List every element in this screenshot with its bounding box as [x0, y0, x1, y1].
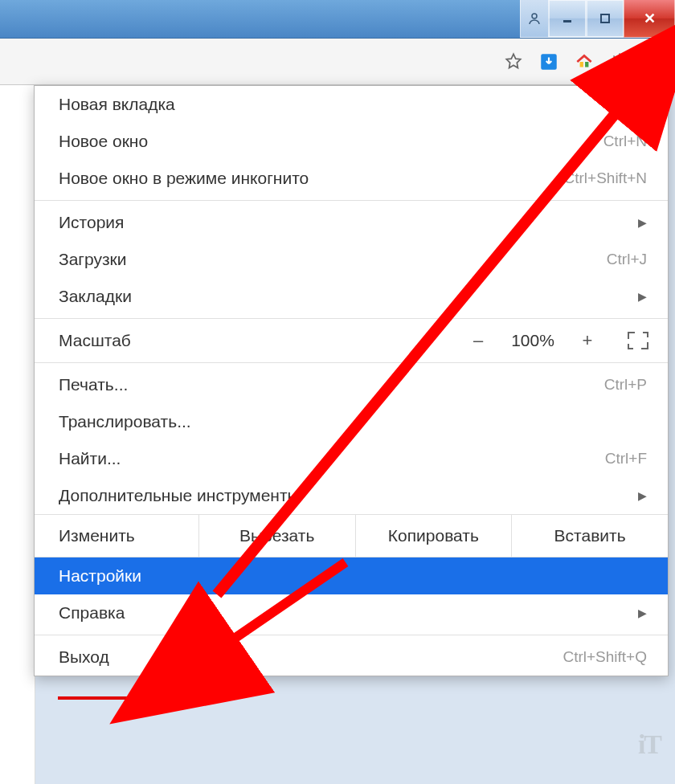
watermark: iT [638, 729, 661, 760]
menu-label: Транслировать... [59, 412, 191, 431]
bookmark-star-button[interactable] [500, 48, 527, 76]
menu-label: Найти... [59, 449, 121, 468]
svg-rect-4 [580, 62, 583, 67]
menu-item-new-window[interactable]: Новое окно Ctrl+N [35, 123, 668, 160]
menu-label: Дополнительные инструменты [59, 486, 300, 505]
menu-label: Масштаб [59, 331, 131, 350]
edit-label: Изменить [35, 515, 199, 557]
menu-edit-row: Изменить Вырезать Копировать Вставить [35, 514, 668, 557]
menu-label: Новое окно [59, 132, 148, 151]
window-titlebar: ✕ [0, 0, 675, 39]
chevron-right-icon: ▶ [638, 489, 647, 502]
menu-item-bookmarks[interactable]: Закладки ▶ [35, 278, 668, 315]
close-button[interactable]: ✕ [624, 0, 675, 38]
menu-item-downloads[interactable]: Загрузки Ctrl+J [35, 241, 668, 278]
menu-item-incognito[interactable]: Новое окно в режиме инкогнито Ctrl+Shift… [35, 160, 668, 197]
star-icon [503, 51, 524, 72]
chevron-right-icon: ▶ [638, 606, 647, 619]
user-button[interactable] [520, 0, 549, 38]
menu-shortcut: Ctrl+Shift+N [564, 169, 647, 187]
zoom-value: 100% [509, 331, 557, 350]
menu-item-more-tools[interactable]: Дополнительные инструменты ▶ [35, 477, 668, 514]
download-icon [538, 51, 559, 72]
menu-label: Настройки [59, 566, 141, 586]
menu-label: Загрузки [59, 250, 127, 269]
svg-rect-1 [563, 20, 571, 22]
svg-rect-2 [601, 14, 609, 22]
gear-icon [609, 51, 630, 72]
gear-extension-button[interactable] [606, 48, 633, 76]
minimize-icon [562, 13, 573, 24]
menu-shortcut: Ctrl+Shift+Q [562, 648, 647, 666]
menu-item-history[interactable]: История ▶ [35, 204, 668, 241]
zoom-in-button[interactable]: + [576, 330, 599, 351]
zoom-out-button[interactable]: – [467, 330, 489, 351]
maximize-icon [599, 13, 611, 24]
user-icon [528, 12, 541, 25]
home-extension-button[interactable] [571, 48, 598, 76]
main-menu: Новая вкладка Ctrl+T Новое окно Ctrl+N Н… [34, 85, 669, 676]
menu-label: Новая вкладка [59, 95, 175, 114]
menu-shortcut: Ctrl+T [605, 96, 647, 113]
menu-shortcut: Ctrl+P [604, 376, 647, 394]
menu-item-settings[interactable]: Настройки [35, 557, 668, 594]
menu-shortcut: Ctrl+F [605, 450, 647, 468]
svg-rect-5 [585, 62, 588, 67]
svg-point-0 [532, 14, 537, 18]
browser-toolbar [0, 39, 675, 85]
home-colorful-icon [574, 51, 595, 72]
chevron-right-icon: ▶ [638, 216, 647, 229]
menu-separator [35, 318, 668, 319]
menu-item-cast[interactable]: Транслировать... [35, 403, 668, 440]
edit-paste-button[interactable]: Вставить [512, 515, 668, 557]
chevron-right-icon: ▶ [638, 290, 647, 303]
menu-label: Новое окно в режиме инкогнито [59, 169, 309, 188]
menu-label: Выход [59, 647, 109, 667]
svg-point-6 [617, 59, 623, 64]
menu-shortcut: Ctrl+N [603, 133, 647, 150]
menu-label: История [59, 213, 124, 232]
hamburger-icon [647, 56, 663, 67]
menu-item-find[interactable]: Найти... Ctrl+F [35, 440, 668, 477]
menu-item-new-tab[interactable]: Новая вкладка Ctrl+T [35, 86, 668, 123]
menu-label: Справка [59, 603, 125, 623]
menu-item-zoom: Масштаб – 100% + [35, 322, 668, 359]
menu-separator [35, 635, 668, 635]
page-background [0, 85, 35, 784]
menu-item-help[interactable]: Справка ▶ [35, 594, 668, 631]
fullscreen-icon[interactable] [629, 333, 647, 348]
menu-item-exit[interactable]: Выход Ctrl+Shift+Q [35, 639, 668, 676]
menu-item-print[interactable]: Печать... Ctrl+P [35, 366, 668, 403]
minimize-button[interactable] [548, 0, 587, 38]
edit-cut-button[interactable]: Вырезать [199, 515, 356, 557]
close-icon: ✕ [644, 10, 656, 27]
annotation-underline [58, 696, 207, 700]
menu-label: Печать... [59, 375, 128, 394]
main-menu-button[interactable] [641, 48, 669, 76]
menu-shortcut: Ctrl+J [607, 251, 647, 268]
menu-separator [35, 362, 668, 363]
menu-label: Закладки [59, 287, 132, 306]
edit-copy-button[interactable]: Копировать [356, 515, 513, 557]
download-extension-button[interactable] [535, 48, 562, 76]
menu-separator [35, 200, 668, 201]
maximize-button[interactable] [586, 0, 624, 38]
